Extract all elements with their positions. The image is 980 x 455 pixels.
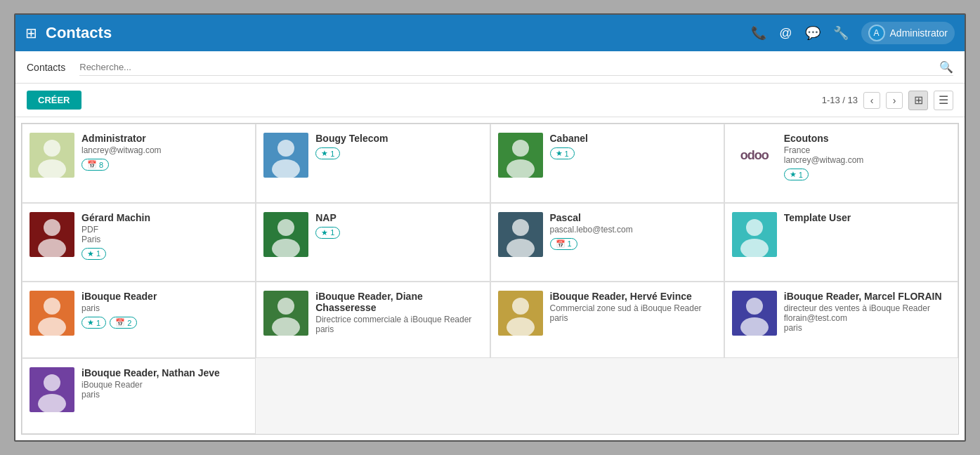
contact-badges: ★1	[315, 227, 482, 239]
contacts-grid: Administratorlancrey@witwag.com📅8 Bougy …	[21, 123, 959, 435]
badge: ★1	[315, 227, 340, 239]
search-icon: 🔍	[939, 60, 953, 74]
badge: ★1	[550, 147, 575, 159]
contact-info: iBouque Reader, Nathan JeveiBouque Reade…	[81, 367, 248, 400]
badge-value: 8	[99, 161, 103, 169]
contact-info: iBouque Reader, Hervé EvinceCommercial z…	[550, 291, 717, 323]
contact-info: Pascalpascal.lebo@test.com📅1	[550, 212, 717, 250]
badge-icon: ★	[87, 318, 94, 327]
contact-badges: ★1📅2	[81, 317, 248, 329]
actionbar: CRÉER 1-13 / 13 ‹ › ⊞ ☰	[15, 84, 965, 117]
contact-email: florain@test.com	[784, 313, 950, 323]
contact-card[interactable]: Gérard MachinPDFParis★1	[22, 203, 256, 282]
grid-menu-icon[interactable]: ⊞	[25, 25, 37, 41]
contact-info: NAP★1	[315, 212, 482, 239]
list-view-button[interactable]: ☰	[934, 91, 953, 110]
avatar: A	[868, 25, 885, 41]
badge-icon: ★	[556, 149, 563, 158]
pagination-label: 1-13 / 13	[822, 95, 858, 105]
badge: 📅1	[550, 238, 577, 250]
contact-name: iBouque Reader, Nathan Jeve	[81, 367, 248, 378]
topbar: Contacts 🔍	[15, 51, 965, 84]
svg-point-22	[44, 298, 60, 315]
contact-card[interactable]: iBouque Reader, Diane ChasseresseDirectr…	[256, 282, 490, 358]
user-menu[interactable]: A Administrator	[861, 22, 955, 44]
contact-detail: directeur des ventes à iBouque Reader	[784, 303, 950, 313]
chat-icon[interactable]: 💬	[805, 25, 821, 41]
avatar	[732, 212, 777, 257]
contact-city: paris	[315, 324, 482, 334]
contact-card[interactable]: Pascalpascal.lebo@test.com📅1	[490, 203, 724, 282]
badge-value: 1	[96, 249, 100, 258]
tools-icon[interactable]: 🔧	[833, 25, 849, 41]
app-title: Contacts	[46, 24, 751, 42]
svg-point-34	[44, 374, 60, 391]
create-button[interactable]: CRÉER	[27, 91, 81, 110]
avatar	[30, 367, 74, 412]
badge: ★1	[81, 248, 106, 260]
contact-detail: Directrice commerciale à iBouque Reader	[315, 315, 482, 324]
contact-card[interactable]: iBouque Readerparis★1📅2	[22, 282, 256, 358]
contact-city: paris	[550, 313, 717, 323]
badge-value: 1	[330, 228, 334, 237]
badge: 📅8	[81, 159, 109, 171]
grid-view-button[interactable]: ⊞	[908, 91, 928, 110]
contact-detail: iBouque Reader	[81, 380, 248, 390]
contact-info: iBouque Readerparis★1📅2	[81, 291, 248, 329]
contact-name: Template User	[784, 212, 950, 223]
svg-point-7	[512, 140, 529, 157]
svg-point-4	[277, 140, 294, 157]
avatar	[498, 212, 543, 257]
avatar	[30, 133, 74, 178]
contact-email: pascal.lebo@test.com	[550, 225, 717, 235]
contact-name: iBouque Reader	[81, 291, 248, 302]
svg-point-16	[512, 219, 529, 236]
prev-page-button[interactable]: ‹	[863, 92, 880, 109]
contact-email: lancrey@witwag.com	[784, 155, 950, 165]
badge: ★1	[784, 169, 809, 180]
odoo-logo: odoo	[732, 133, 777, 178]
avatar	[263, 133, 308, 178]
contact-badges: 📅8	[81, 159, 248, 171]
contact-card[interactable]: iBouque Reader, Hervé EvinceCommercial z…	[490, 282, 724, 358]
contact-detail: France	[784, 145, 950, 155]
svg-point-10	[44, 219, 60, 236]
avatar	[30, 212, 74, 257]
avatar: odoo	[732, 133, 777, 178]
badge-icon: ★	[321, 228, 328, 237]
app-window: ⊞ Contacts 📞 @ 💬 🔧 A Administrator Conta…	[14, 13, 966, 442]
badge-icon: 📅	[87, 160, 97, 169]
phone-icon[interactable]: 📞	[751, 25, 766, 41]
contact-info: EcoutonsFrancelancrey@witwag.com★1	[784, 133, 950, 180]
contact-name: Ecoutons	[784, 133, 950, 144]
next-page-button[interactable]: ›	[886, 92, 903, 109]
avatar	[498, 133, 543, 178]
search-input[interactable]	[79, 59, 939, 75]
badge-value: 1	[330, 150, 334, 158]
contact-name: Cabanel	[550, 133, 717, 144]
badge-value: 1	[565, 150, 569, 158]
contact-card[interactable]: Bougy Telecom★1	[256, 124, 490, 203]
contact-detail: PDF	[81, 225, 248, 235]
contact-info: Template User	[784, 212, 950, 225]
contact-card[interactable]: Cabanel★1	[490, 124, 724, 203]
at-icon[interactable]: @	[779, 26, 792, 41]
contact-name: iBouque Reader, Hervé Evince	[550, 291, 717, 302]
contact-card[interactable]: iBouque Reader, Marcel FLORAINdirecteur …	[724, 282, 958, 358]
svg-point-1	[44, 140, 60, 157]
contact-detail: paris	[81, 303, 248, 313]
contact-card[interactable]: Administratorlancrey@witwag.com📅8	[22, 124, 256, 203]
contact-name: NAP	[315, 212, 482, 223]
badge-value: 1	[568, 239, 572, 248]
contact-badges: ★1	[784, 169, 950, 180]
contact-badges: ★1	[81, 248, 248, 260]
svg-point-25	[277, 298, 294, 315]
contact-name: Administrator	[81, 133, 248, 144]
avatar	[30, 291, 74, 336]
contact-card[interactable]: NAP★1	[256, 203, 490, 282]
contact-card[interactable]: Template User	[724, 203, 958, 282]
breadcrumb: Contacts	[27, 62, 65, 73]
contact-card[interactable]: odoo EcoutonsFrancelancrey@witwag.com★1	[724, 124, 958, 203]
contact-badges: ★1	[315, 147, 482, 159]
contact-card[interactable]: iBouque Reader, Nathan JeveiBouque Reade…	[22, 358, 256, 435]
